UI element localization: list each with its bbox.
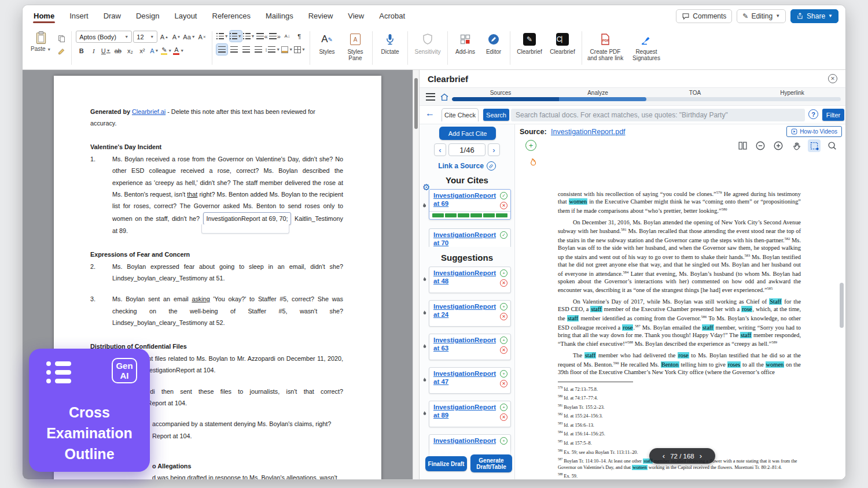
font-color-button[interactable]: A▼ xyxy=(173,45,184,56)
clearbrief-addin-button-2[interactable]: C⎸ Clearbrief xyxy=(547,29,578,55)
suggestion-card[interactable]: InvestigationReport at 63 + ✕ xyxy=(429,334,511,360)
generate-draft-table-button[interactable]: Generate Draft/Table xyxy=(470,454,512,472)
back-arrow-icon[interactable]: ← xyxy=(425,108,435,119)
borders-button[interactable]: ▼ xyxy=(294,44,306,55)
sensitivity-button[interactable]: Sensitivity xyxy=(412,29,443,55)
select-region-icon[interactable] xyxy=(808,139,821,152)
bold-button[interactable]: B xyxy=(76,45,87,56)
clearbrief-addin-button[interactable]: ✎ Clearbrief xyxy=(514,29,545,55)
comments-button[interactable]: Comments xyxy=(676,9,732,23)
step-analyze[interactable]: Analyze xyxy=(549,90,646,96)
add-annotation-icon[interactable]: + xyxy=(525,140,536,151)
increase-indent-button[interactable]: » xyxy=(269,31,281,42)
suggestion-page-link[interactable]: at 63 xyxy=(433,345,496,352)
search-button[interactable]: Search xyxy=(483,109,509,121)
zoom-out-icon[interactable] xyxy=(754,139,767,152)
editor-button[interactable]: Editor xyxy=(481,29,506,55)
page-indicator[interactable]: 1/46 xyxy=(448,143,486,156)
next-page-icon[interactable]: › xyxy=(488,143,500,156)
clearbrief-link[interactable]: Clearbrief.ai xyxy=(132,108,165,115)
clear-formatting-button[interactable]: A✕ xyxy=(197,31,208,42)
tab-design[interactable]: Design xyxy=(135,6,160,25)
step-hyperlink[interactable]: Hyperlink xyxy=(744,90,841,96)
prev-page-icon[interactable]: ‹ xyxy=(663,452,665,460)
shading-button[interactable]: ▼ xyxy=(281,44,293,55)
add-suggestion-icon[interactable]: + xyxy=(500,437,507,445)
paste-button[interactable]: Paste ▼ xyxy=(27,29,54,57)
tab-review[interactable]: Review xyxy=(308,6,334,25)
sort-button[interactable]: A↓ xyxy=(282,31,293,42)
shrink-font-button[interactable]: A▼ xyxy=(171,31,182,42)
cite-field[interactable]: InvestigationReport at 69, 70; xyxy=(203,212,290,225)
add-suggestion-icon[interactable]: + xyxy=(500,370,507,378)
align-center-button[interactable] xyxy=(229,44,240,55)
tab-draw[interactable]: Draw xyxy=(103,6,122,25)
finalize-draft-button[interactable]: Finalize Draft xyxy=(425,456,467,471)
styles-pane-button[interactable]: A Styles Pane xyxy=(343,29,368,61)
cite-page-link[interactable]: at 70 xyxy=(433,239,496,247)
hand-pan-icon[interactable] xyxy=(790,139,803,152)
grow-font-button[interactable]: A▲ xyxy=(159,31,170,42)
step-toa[interactable]: TOA xyxy=(646,90,744,96)
suggestion-page-link[interactable]: at 48 xyxy=(433,278,496,285)
tab-acrobat[interactable]: Acrobat xyxy=(378,6,406,25)
dismiss-suggestion-icon[interactable]: ✕ xyxy=(500,346,507,354)
cite-page-link[interactable]: at 69 xyxy=(433,200,496,208)
cite-doc-link[interactable]: InvestigationReport xyxy=(433,192,496,199)
create-pdf-button[interactable]: PDF Create PDF and share link xyxy=(586,29,624,61)
editing-dropdown[interactable]: ✎ Editing ▼ xyxy=(737,9,786,23)
numbered-list-button[interactable]: ▼ xyxy=(230,31,242,42)
superscript-button[interactable]: x² xyxy=(137,45,148,56)
add-suggestion-icon[interactable]: + xyxy=(500,404,507,411)
suggestion-doc-link[interactable]: InvestigationReport xyxy=(433,303,496,310)
request-signatures-button[interactable]: Request Signatures xyxy=(627,29,665,61)
format-painter-button[interactable] xyxy=(56,46,67,57)
suggestion-page-link[interactable]: at 24 xyxy=(433,311,496,319)
suggestion-page-link[interactable]: at 47 xyxy=(433,378,496,386)
suggestion-card[interactable]: InvestigationReport at 89 + ✕ xyxy=(429,401,511,427)
tab-mailings[interactable]: Mailings xyxy=(265,6,294,25)
suggestion-doc-link[interactable]: InvestigationReport xyxy=(433,404,496,411)
share-button[interactable]: Share ▼ xyxy=(790,9,838,23)
gear-icon[interactable]: ⚙ xyxy=(422,183,430,191)
add-suggestion-icon[interactable]: + xyxy=(500,303,507,310)
cite-card[interactable]: ⚙ InvestigationReport at 69 ✓ ✕ xyxy=(429,189,511,220)
suggestion-card[interactable]: InvestigationReport at 48 + ✕ xyxy=(429,267,511,293)
justify-button[interactable] xyxy=(253,44,264,55)
subscript-button[interactable]: x₂ xyxy=(124,45,135,56)
cite-card[interactable]: InvestigationReport at 70 ✓ xyxy=(429,228,511,247)
line-spacing-button[interactable]: ↕▼ xyxy=(265,44,280,55)
add-suggestion-icon[interactable]: + xyxy=(500,269,507,277)
decrease-indent-button[interactable]: « xyxy=(256,31,268,42)
font-size-select[interactable]: 12 ▼ xyxy=(133,31,157,43)
highlight-color-button[interactable]: ✎▼ xyxy=(161,45,172,56)
dismiss-suggestion-icon[interactable]: ✕ xyxy=(500,413,507,421)
reject-x-icon[interactable]: ✕ xyxy=(500,202,507,209)
help-icon[interactable]: ? xyxy=(808,109,818,119)
align-right-button[interactable] xyxy=(241,44,252,55)
add-fact-cite-button[interactable]: Add Fact Cite xyxy=(439,127,496,140)
source-file-link[interactable]: InvestigationReport.pdf xyxy=(551,128,626,136)
suggestion-card[interactable]: InvestigationReport at 47 + ✕ xyxy=(429,367,511,394)
tab-layout[interactable]: Layout xyxy=(174,6,197,25)
dismiss-suggestion-icon[interactable]: ✕ xyxy=(500,313,507,320)
next-page-icon[interactable]: › xyxy=(700,452,702,460)
document-scrollbar[interactable] xyxy=(413,70,419,479)
accept-check-icon[interactable]: ✓ xyxy=(500,231,507,239)
accept-check-icon[interactable]: ✓ xyxy=(500,192,507,199)
tab-home[interactable]: Home xyxy=(33,6,55,25)
font-name-select[interactable]: Aptos (Body) ▼ xyxy=(76,31,132,43)
dismiss-suggestion-icon[interactable]: ✕ xyxy=(500,279,507,287)
suggestion-page-link[interactable]: at 89 xyxy=(433,412,496,419)
suggestion-doc-link[interactable]: InvestigationReport xyxy=(433,437,496,445)
cite-doc-link[interactable]: InvestigationReport xyxy=(433,231,496,239)
paragraph-marks-button[interactable]: ¶ xyxy=(294,31,305,42)
search-icon[interactable] xyxy=(826,139,838,152)
copy-button[interactable] xyxy=(56,33,67,44)
strikethrough-button[interactable]: ab xyxy=(112,45,123,56)
bullet-list-button[interactable]: ▼ xyxy=(216,31,229,42)
scrollbar-thumb[interactable] xyxy=(414,78,418,129)
pdf-page-text[interactable]: consistent with his recollection of sayi… xyxy=(558,189,801,480)
text-effects-button[interactable]: A▼ xyxy=(149,45,160,56)
change-case-button[interactable]: Aa▼ xyxy=(183,31,195,42)
